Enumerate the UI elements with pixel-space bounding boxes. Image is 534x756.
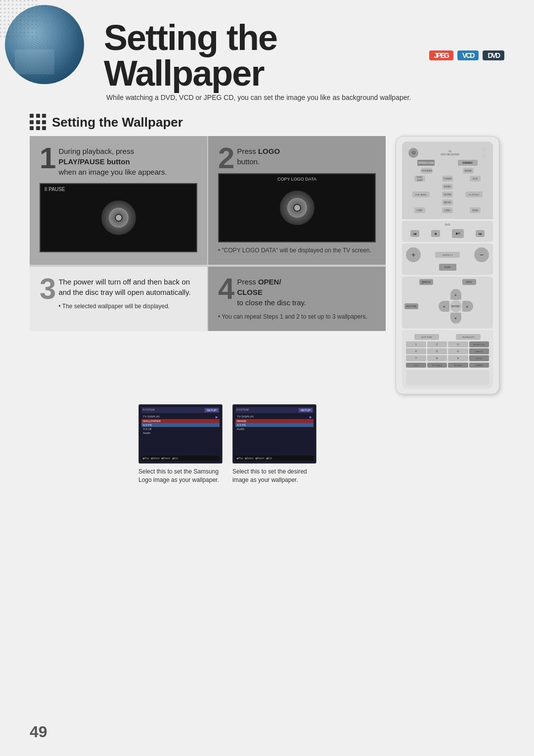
play-mode-button[interactable]: PLAY MODE <box>412 191 430 197</box>
menu-tab-1: SETUP <box>205 408 219 412</box>
num-1-button[interactable]: 1 <box>406 341 426 347</box>
transport-section: DVD ⏮ ■ ▶II ⏭ <box>402 221 493 242</box>
menu-bottom-bar-2: ◉Play◉Select◉Return◉Exit <box>235 456 313 461</box>
skip-back-button[interactable]: ⏮ <box>410 230 419 237</box>
disc-image-1 <box>101 200 136 235</box>
enter-button[interactable]: ENTER <box>450 300 462 312</box>
dimmer-icon: DIMMER <box>463 161 473 164</box>
stop-button[interactable]: ■ <box>431 230 440 237</box>
menu-button[interactable]: ☰ MENU <box>419 279 433 285</box>
vhf-button[interactable]: V.HF <box>439 264 456 271</box>
page-number: 49 <box>30 723 47 741</box>
badge-vcd: VCD <box>457 50 479 60</box>
steps-grid: 1 During playback, press PLAY/PAUSE butt… <box>30 136 386 331</box>
super51-button[interactable]: SUPER 5.1 <box>435 252 460 258</box>
page: Setting the Wallpaper JPEG VCD DVD While… <box>0 0 534 756</box>
step-3: 3 The power will turn off and then back … <box>30 266 207 331</box>
nav-up-button[interactable]: ▲ <box>450 289 461 300</box>
power-button[interactable]: ⏻ <box>408 148 418 158</box>
dvd-transport-label: DVD <box>404 223 490 226</box>
menu-item-audio-1: Audio <box>141 431 220 435</box>
remote-top: ⏻ TV DVD RECEIVER OPEN/CLOSE <box>402 142 493 219</box>
num-5-button[interactable]: 5 <box>427 348 447 354</box>
logo-button[interactable]: LOGO <box>406 363 426 368</box>
aux-button[interactable]: AUX <box>470 176 481 182</box>
num-7-button[interactable]: 7 <box>406 355 426 361</box>
return-button[interactable]: RETURN <box>404 303 418 309</box>
step-2-image: COPY LOGO DATA <box>218 173 376 242</box>
lsm-minus-button[interactable]: LSM- <box>414 207 425 213</box>
nav-down-button[interactable]: ▼ <box>450 313 461 324</box>
volume-down-button[interactable]: − <box>474 247 489 262</box>
tv-video-row: TV/VIDEO MODE <box>406 168 489 174</box>
nav-section: ☰ MENU INFO RETURN ▲ ◄ ENTE <box>402 277 493 329</box>
sound-edit-btn-2[interactable]: SOUND EDIT <box>469 341 490 347</box>
sound-edit-button[interactable]: SOUND EDIT <box>456 334 481 340</box>
disc-skip-button[interactable]: DISC SKIP <box>414 176 425 182</box>
volume-up-button[interactable]: + <box>406 247 421 262</box>
num-2-button[interactable]: 2 <box>427 341 447 347</box>
play-pause-button[interactable]: ▶II <box>452 229 464 238</box>
step-1-image: II PAUSE <box>40 183 197 252</box>
tuner-button[interactable]: TUNER <box>442 176 453 182</box>
step-2-note: • "COPY LOGO DATA" will be displayed on … <box>218 246 376 255</box>
open-close-button[interactable]: OPEN/CLOSE <box>417 160 435 166</box>
slow-button[interactable]: SLOW <box>442 191 453 197</box>
mode-button[interactable]: MODE <box>463 168 474 174</box>
remote-control: ⏻ TV DVD RECEIVER OPEN/CLOSE <box>396 136 499 394</box>
screenshot-2-menu: SYSTEM SETUP TV DISPLAY▶ IMAGE 4:3 PS Au… <box>235 407 313 461</box>
test-tone-button[interactable]: TEST TONE <box>414 334 439 340</box>
cancel-btn[interactable]: CANCEL <box>469 348 490 354</box>
pl-effect-button[interactable]: PL EFFECT <box>465 191 483 197</box>
num-4-button[interactable]: 4 <box>406 348 426 354</box>
nav-cross: ▲ ◄ ENTER ► ▼ <box>439 289 473 324</box>
content-area: 1 During playback, press PLAY/PAUSE butt… <box>0 136 534 394</box>
badge-dvd: DVD <box>483 50 504 60</box>
step-1-bold: PLAY/PAUSE button <box>58 157 130 166</box>
screenshot-2: SYSTEM SETUP TV DISPLAY▶ IMAGE 4:3 PS Au… <box>232 404 316 484</box>
menu-row: ☰ MENU INFO <box>404 279 490 285</box>
bottom-screenshots-area: SYSTEM SETUP TV DISPLAY▶ WALLPAPER 4:3 P… <box>0 394 534 499</box>
step-1: 1 During playback, press PLAY/PAUSE butt… <box>30 136 207 265</box>
step-2: 2 Press LOGO button. COPY LOGO DATA • "C… <box>208 136 386 265</box>
menu-item-tvdisplay-2: TV DISPLAY▶ <box>235 415 313 419</box>
power-area: ⏻ TV DVD RECEIVER <box>406 145 489 160</box>
transport-controls: ⏮ ■ ▶II ⏭ <box>404 228 490 239</box>
menu-item-43ps-1: 4:3 PS <box>141 423 220 427</box>
repeat-button[interactable]: REPEAT <box>448 363 468 368</box>
step-2-bold: LOGO <box>258 147 280 155</box>
screenshot-1-caption: Select this to set the Samsung Logo imag… <box>138 468 222 484</box>
dimmer-button-2[interactable]: DIMMER <box>469 363 490 368</box>
vol-minus-icon: − <box>480 251 484 259</box>
zoom-btn[interactable]: ZOOM <box>469 355 490 361</box>
disc-skip-row: DISC SKIP TUNER AUX <box>406 176 489 182</box>
move-button[interactable]: MOVE <box>442 199 453 205</box>
nav-left-button[interactable]: ◄ <box>439 301 449 312</box>
step-1-number: 1 <box>40 143 56 173</box>
num-8-button[interactable]: 8 <box>427 355 447 361</box>
dimmer-button[interactable]: DIMMER <box>458 160 478 166</box>
numpad-section: TEST TONE SOUND EDIT 1 2 3 SOUND EDIT 4 … <box>402 330 493 389</box>
lsm-plus-button[interactable]: LSM+ <box>442 207 453 213</box>
pic-video-button[interactable]: PIC VIDEO <box>427 363 447 368</box>
info-button[interactable]: INFO <box>462 279 476 285</box>
title-area: Setting the Wallpaper JPEG VCD DVD While… <box>99 20 504 101</box>
menu-item-audio-2: Audio <box>235 427 313 431</box>
tv-video-button[interactable]: TV/VIDEO <box>421 168 432 174</box>
num-6-button[interactable]: 6 <box>448 348 468 354</box>
nav-right-button[interactable]: ► <box>462 301 473 312</box>
num-3-button[interactable]: 3 <box>448 341 468 347</box>
num-9-button[interactable]: 9 <box>448 355 468 361</box>
rise-button[interactable]: RISE <box>470 207 481 213</box>
menu-item-tvdisplay-1: TV DISPLAY▶ <box>141 415 220 419</box>
step-1-screen-label: II PAUSE <box>44 187 65 192</box>
band-button[interactable]: BAND <box>442 184 453 189</box>
dvd-receiver-label: DVD RECEIVER <box>441 153 459 156</box>
band-row: BAND <box>406 184 489 189</box>
power-icon: ⏻ <box>411 150 415 155</box>
skip-forward-button[interactable]: ⏭ <box>476 230 485 237</box>
menu-item-wallpaper: WALLPAPER <box>141 419 220 423</box>
move-row: MOVE <box>406 199 489 205</box>
bottom-function-btns: LOGO PIC VIDEO REPEAT DIMMER <box>406 363 489 368</box>
badge-jpeg: JPEG <box>429 50 453 60</box>
